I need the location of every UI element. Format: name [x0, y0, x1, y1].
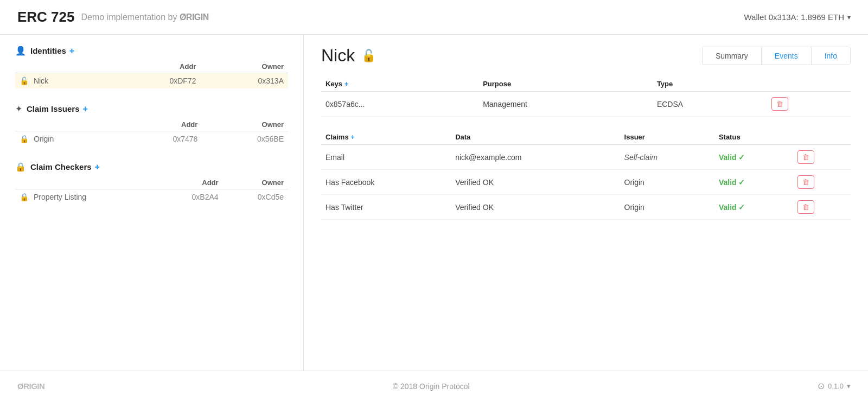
identities-title: Identities	[30, 46, 66, 55]
tab-info[interactable]: Info	[812, 47, 850, 65]
claim-checkers-table: Addr Owner 🔒 Property Listing 0xB2A4 0xC…	[15, 176, 288, 205]
claim-issuers-table: Addr Owner 🔒 Origin 0x7478 0x56BE	[15, 118, 288, 147]
tab-summary[interactable]: Summary	[703, 47, 762, 65]
header-left: ERC 725 Demo implementation by ØRIGIN	[17, 9, 209, 26]
identities-add-button[interactable]: +	[69, 46, 74, 56]
claim-issuers-col-name	[15, 118, 120, 131]
claim-checkers-add-button[interactable]: +	[95, 162, 100, 172]
identity-unlock-icon: 🔓	[361, 49, 376, 63]
left-panel: 👤 Identities + Addr Owner 🔓 Nick 0xDF72 …	[0, 35, 304, 371]
claim-issuers-title: Claim Issuers	[27, 104, 80, 113]
claim-data: nick@example.com	[451, 145, 620, 170]
claim-issuer-cell: Self-claim	[620, 145, 714, 170]
gear-icon: ✦	[15, 104, 22, 114]
identity-name-row: Nick 🔓	[321, 46, 376, 66]
status-badge: Valid ✓	[719, 203, 745, 212]
claims-col-issuer: Issuer	[620, 130, 714, 145]
claim-issuer: Origin	[624, 178, 644, 187]
keys-section: Keys + Purpose Type 0x857a6c... Manageme…	[321, 77, 851, 117]
checker-row-owner: 0xCd5e	[223, 189, 288, 205]
key-delete-button[interactable]: 🗑	[771, 97, 788, 111]
app-header: ERC 725 Demo implementation by ØRIGIN Wa…	[0, 0, 868, 35]
main-content: 👤 Identities + Addr Owner 🔓 Nick 0xDF72 …	[0, 35, 868, 371]
footer-version-area: ⊙ 0.1.0 ▾	[818, 381, 851, 391]
claim-data: Verified OK	[451, 195, 620, 220]
unlock-icon: 🔓	[20, 77, 29, 85]
claims-col-action	[793, 130, 851, 145]
claims-section: Claims + Data Issuer Status Email nick@e…	[321, 130, 851, 220]
keys-col-type: Type	[653, 77, 767, 92]
claim-name: Has Facebook	[321, 170, 451, 195]
checker-row-addr: 0xB2A4	[157, 189, 223, 205]
list-item[interactable]: 🔒 Origin 0x7478 0x56BE	[15, 131, 288, 147]
claim-issuers-col-addr: Addr	[120, 118, 202, 131]
claims-col-name: Claims +	[321, 130, 451, 145]
header-subtitle: Demo implementation by ØRIGIN	[81, 12, 209, 22]
issuer-row-addr: 0x7478	[120, 131, 202, 147]
claim-delete-button[interactable]: 🗑	[797, 200, 814, 214]
claim-issuer: Origin	[624, 203, 644, 212]
key-type: ECDSA	[653, 92, 767, 117]
tab-events[interactable]: Events	[762, 47, 812, 65]
version-chevron-icon: ▾	[847, 382, 851, 390]
status-badge: Valid ✓	[719, 178, 745, 187]
keys-table: Keys + Purpose Type 0x857a6c... Manageme…	[321, 77, 851, 117]
claim-delete-button[interactable]: 🗑	[797, 150, 814, 164]
status-badge: Valid ✓	[719, 153, 745, 162]
claim-checkers-col-name	[15, 176, 157, 189]
footer-copyright: © 2018 Origin Protocol	[393, 382, 470, 391]
issuer-row-name: 🔒 Origin	[15, 131, 120, 147]
github-icon: ⊙	[818, 381, 825, 391]
lock-icon: 🔒	[20, 135, 29, 143]
table-row: Has Facebook Verified OK Origin Valid ✓ …	[321, 170, 851, 195]
checker-row-name: 🔒 Property Listing	[15, 189, 157, 205]
keys-col-action	[767, 77, 851, 92]
issuer-row-owner: 0x56BE	[202, 131, 288, 147]
identity-row-addr: 0xDF72	[111, 73, 201, 89]
claim-issuers-header: ✦ Claim Issuers +	[15, 104, 288, 114]
wallet-chevron-icon: ▾	[847, 14, 851, 21]
claim-name: Has Twitter	[321, 195, 451, 220]
wallet-button[interactable]: Wallet 0x313A: 1.8969 ETH ▾	[744, 12, 851, 22]
claims-col-status: Status	[714, 130, 793, 145]
claim-data: Verified OK	[451, 170, 620, 195]
identity-name: Nick	[321, 46, 355, 66]
claim-checkers-col-addr: Addr	[157, 176, 223, 189]
claim-issuer-cell: Origin	[620, 170, 714, 195]
claim-issuers-section: ✦ Claim Issuers + Addr Owner 🔒 Origin 0x…	[15, 104, 288, 147]
claims-add-button[interactable]: +	[350, 133, 355, 141]
claim-issuers-add-button[interactable]: +	[83, 104, 88, 114]
table-row: 0x857a6c... Management ECDSA 🗑	[321, 92, 851, 117]
list-item[interactable]: 🔒 Property Listing 0xB2A4 0xCd5e	[15, 189, 288, 205]
identities-table: Addr Owner 🔓 Nick 0xDF72 0x313A	[15, 60, 288, 88]
identity-header: Nick 🔓 SummaryEventsInfo	[321, 46, 851, 66]
keys-col-key: Keys +	[321, 77, 478, 92]
table-row: Has Twitter Verified OK Origin Valid ✓ 🗑	[321, 195, 851, 220]
identities-header: 👤 Identities +	[15, 46, 288, 56]
footer-logo: ØRIGIN	[17, 381, 44, 391]
identity-row-owner: 0x313A	[200, 73, 288, 89]
origin-logo-header: ØRIGIN	[180, 12, 209, 22]
lock-icon: 🔒	[20, 193, 29, 201]
claim-delete-button[interactable]: 🗑	[797, 175, 814, 189]
version-label: 0.1.0	[828, 382, 844, 390]
claim-delete-cell: 🗑	[793, 170, 851, 195]
keys-col-purpose: Purpose	[478, 77, 653, 92]
key-delete-cell: 🗑	[767, 92, 851, 117]
app-title: ERC 725	[17, 9, 75, 26]
identities-section: 👤 Identities + Addr Owner 🔓 Nick 0xDF72 …	[15, 46, 288, 88]
wallet-label: Wallet 0x313A: 1.8969 ETH	[744, 12, 844, 22]
identity-row-name: 🔓 Nick	[15, 73, 111, 89]
right-panel: Nick 🔓 SummaryEventsInfo Keys + Purpose …	[304, 35, 868, 371]
lock-section-icon: 🔒	[15, 162, 26, 172]
claim-delete-cell: 🗑	[793, 195, 851, 220]
claim-issuer: Self-claim	[624, 153, 658, 162]
claims-table: Claims + Data Issuer Status Email nick@e…	[321, 130, 851, 220]
list-item[interactable]: 🔓 Nick 0xDF72 0x313A	[15, 73, 288, 89]
keys-add-button[interactable]: +	[344, 80, 349, 88]
claim-status: Valid ✓	[714, 170, 793, 195]
identities-col-name	[15, 60, 111, 73]
claim-checkers-col-owner: Owner	[223, 176, 288, 189]
table-row: Email nick@example.com Self-claim Valid …	[321, 145, 851, 170]
claim-status: Valid ✓	[714, 195, 793, 220]
